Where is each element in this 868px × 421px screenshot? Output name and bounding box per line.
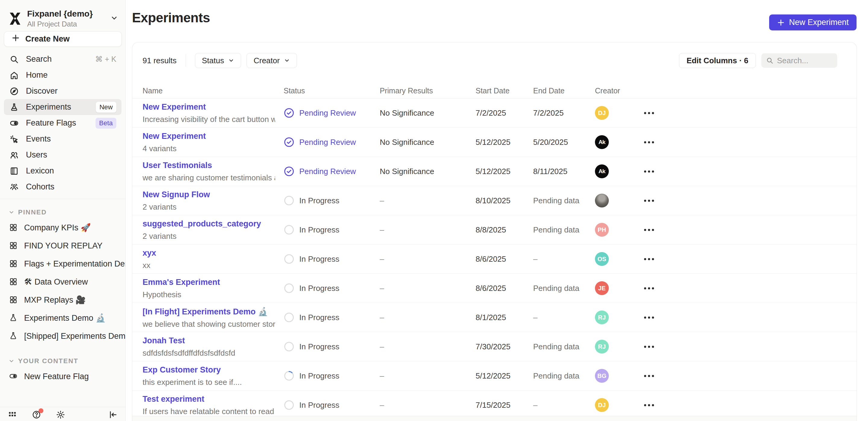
create-new-label: Create New bbox=[25, 34, 70, 44]
your-content-section-header[interactable]: YOUR CONTENT bbox=[0, 355, 125, 367]
search-icon bbox=[9, 54, 19, 64]
experiment-link[interactable]: suggested_products_category bbox=[143, 219, 261, 228]
pinned-item-experiments-demo[interactable]: Experiments Demo 🔬 bbox=[0, 309, 125, 327]
end-date-cell: – bbox=[533, 245, 537, 273]
check-circle-icon bbox=[284, 107, 294, 118]
primary-results-cell: – bbox=[380, 332, 384, 361]
apps-grid-icon[interactable] bbox=[8, 410, 17, 419]
column-header-creator[interactable]: Creator bbox=[595, 87, 620, 95]
progress-circle-icon bbox=[284, 341, 294, 352]
row-actions-button[interactable] bbox=[641, 391, 657, 420]
pinned-item-mxp-replays[interactable]: MXP Replays 🎥 bbox=[0, 291, 125, 309]
experiment-link[interactable]: User Testimonials bbox=[143, 161, 212, 170]
primary-results-cell: – bbox=[380, 303, 384, 332]
sidebar-nav: Search ⌘ + K Home Discover Experiments N… bbox=[0, 51, 125, 195]
board-icon bbox=[9, 259, 18, 268]
sidebar-item-users[interactable]: Users bbox=[4, 147, 121, 163]
status-cell: In Progress bbox=[284, 274, 339, 303]
pinned-item-flags-experimentation-demo[interactable]: Flags + Experimentation Demo , bbox=[0, 255, 125, 273]
flask-icon bbox=[9, 314, 18, 323]
experiment-link[interactable]: New Experiment bbox=[143, 102, 206, 111]
experiments-page: Fixpanel {demo} All Project Data Create … bbox=[0, 0, 868, 421]
main-content: Experiments New Experiment 91 results St… bbox=[126, 0, 868, 421]
column-header-start-date[interactable]: Start Date bbox=[475, 87, 510, 95]
sidebar-item-lexicon[interactable]: Lexicon bbox=[4, 163, 121, 179]
pinned-item-find-your-replay[interactable]: FIND YOUR REPLAY bbox=[0, 237, 125, 255]
row-actions-button[interactable] bbox=[641, 157, 657, 186]
status-cell: In Progress bbox=[284, 303, 339, 332]
experiment-link[interactable]: Test experiment bbox=[143, 394, 204, 403]
end-date-cell: 5/20/2025 bbox=[533, 128, 568, 157]
table-row: New Signup Flow 2 variants In Progress –… bbox=[132, 186, 857, 215]
check-circle-icon bbox=[284, 166, 294, 177]
search-input[interactable] bbox=[777, 56, 832, 65]
edit-columns-button[interactable]: Edit Columns · 6 bbox=[679, 53, 756, 68]
column-header-status[interactable]: Status bbox=[284, 87, 305, 95]
board-icon bbox=[9, 295, 18, 304]
pinned-item-shipped-experiments-demo[interactable]: [Shipped] Experiments Demo 🖊 bbox=[0, 327, 125, 345]
row-actions-button[interactable] bbox=[641, 361, 657, 390]
your-content-item-new-feature-flag[interactable]: New Feature Flag bbox=[0, 367, 125, 385]
primary-results-cell: – bbox=[380, 361, 384, 390]
plus-icon bbox=[777, 19, 785, 27]
collapse-sidebar-icon[interactable] bbox=[108, 410, 118, 419]
plus-icon bbox=[11, 34, 20, 44]
pinned-section: PINNED Company KPIs 🚀 FIND YOUR REPLAY F… bbox=[0, 206, 125, 345]
creator-avatar: PH bbox=[595, 223, 609, 237]
status-filter-button[interactable]: Status bbox=[195, 53, 241, 68]
primary-results-cell: – bbox=[380, 391, 384, 420]
row-actions-button[interactable] bbox=[641, 332, 657, 361]
workspace-switcher[interactable]: Fixpanel {demo} All Project Data bbox=[0, 0, 125, 28]
experiment-link[interactable]: New Signup Flow bbox=[143, 190, 210, 199]
sidebar-item-home[interactable]: Home bbox=[4, 67, 121, 83]
chevron-down-icon bbox=[8, 209, 14, 215]
row-actions-button[interactable] bbox=[641, 245, 657, 273]
pinned-section-header[interactable]: PINNED bbox=[0, 206, 125, 219]
sidebar-item-events[interactable]: Events bbox=[4, 131, 121, 147]
status-cell: In Progress bbox=[284, 215, 339, 244]
column-header-end-date[interactable]: End Date bbox=[533, 87, 564, 95]
row-actions-button[interactable] bbox=[641, 215, 657, 244]
create-new-button[interactable]: Create New bbox=[4, 31, 122, 47]
pinned-item-company-kpis[interactable]: Company KPIs 🚀 bbox=[0, 219, 125, 237]
creator-filter-button[interactable]: Creator bbox=[247, 53, 297, 68]
experiment-link[interactable]: Jonah Test bbox=[143, 336, 185, 345]
column-header-primary-results[interactable]: Primary Results bbox=[380, 87, 433, 95]
new-badge: New bbox=[96, 102, 116, 112]
new-experiment-button[interactable]: New Experiment bbox=[769, 14, 857, 30]
sidebar-item-feature-flags[interactable]: Feature Flags Beta bbox=[4, 115, 121, 131]
row-actions-button[interactable] bbox=[641, 98, 657, 127]
progress-spinner-icon bbox=[284, 370, 294, 381]
chevron-down-icon bbox=[8, 358, 14, 364]
end-date-cell: Pending data bbox=[533, 274, 579, 303]
pinned-item-data-overview[interactable]: 🛠 Data Overview bbox=[0, 273, 125, 291]
column-header-name[interactable]: Name bbox=[143, 87, 163, 95]
experiment-link[interactable]: Exp Customer Story bbox=[143, 365, 221, 374]
row-actions-button[interactable] bbox=[641, 274, 657, 303]
table-row: New Experiment Increasing visibility of … bbox=[132, 98, 857, 128]
row-actions-button[interactable] bbox=[641, 128, 657, 157]
primary-results-cell: No Significance bbox=[380, 157, 434, 186]
workspace-name: Fixpanel {demo} bbox=[27, 9, 93, 19]
help-icon[interactable] bbox=[32, 410, 41, 419]
page-title: Experiments bbox=[132, 10, 210, 25]
sidebar-item-discover[interactable]: Discover bbox=[4, 83, 121, 99]
creator-avatar: DJ bbox=[595, 106, 609, 120]
progress-circle-icon bbox=[284, 254, 294, 264]
chevron-down-icon bbox=[284, 58, 290, 64]
experiment-description: this experiment is to see if.... bbox=[143, 378, 242, 387]
sidebar-item-cohorts[interactable]: Cohorts bbox=[4, 179, 121, 195]
experiment-link[interactable]: [In Flight] Experiments Demo 🔬 bbox=[143, 307, 268, 316]
primary-results-cell: No Significance bbox=[380, 128, 434, 157]
gear-icon[interactable] bbox=[56, 410, 65, 419]
status-cell: In Progress bbox=[284, 245, 339, 273]
row-actions-button[interactable] bbox=[641, 186, 657, 215]
sidebar-item-experiments[interactable]: Experiments New bbox=[4, 99, 121, 115]
table-row: Jonah Test sdfdsfdsfsdfdffdfdsfsdfdsfd I… bbox=[132, 332, 857, 361]
row-actions-button[interactable] bbox=[641, 303, 657, 332]
experiment-link[interactable]: New Experiment bbox=[143, 132, 206, 141]
experiment-link[interactable]: xyx bbox=[143, 249, 156, 257]
experiment-description: xx bbox=[143, 261, 156, 270]
experiment-link[interactable]: Emma's Experiment bbox=[143, 278, 220, 287]
sidebar-item-search[interactable]: Search ⌘ + K bbox=[4, 51, 121, 67]
